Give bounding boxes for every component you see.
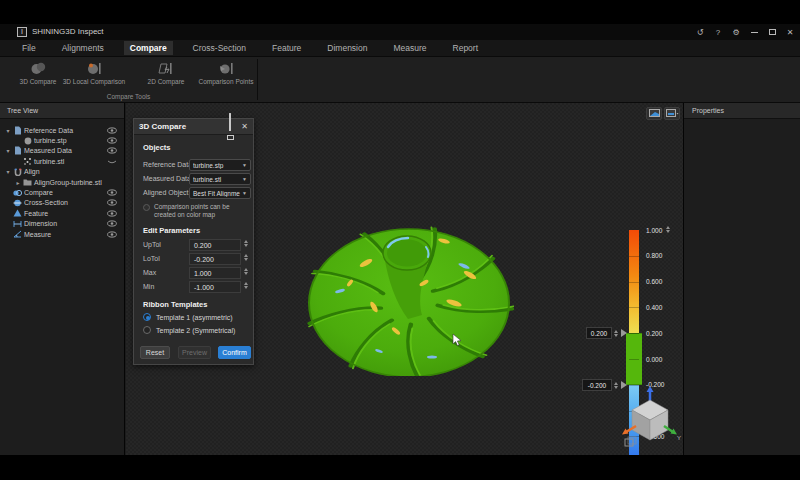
- tree-item-aligngroup-turbine-stl[interactable]: ▸AlignGroup-turbine.stl: [0, 177, 124, 187]
- tree-item-label: Align: [24, 168, 40, 175]
- reset-button[interactable]: Reset: [140, 346, 170, 359]
- upper-tolerance-spinner[interactable]: [614, 330, 618, 337]
- field-label: Aligned Object: [143, 189, 189, 196]
- field-dropdown[interactable]: turbine.stp▼: [189, 159, 251, 171]
- tree-item-reference-data[interactable]: ▾Reference Data: [0, 125, 124, 135]
- menu-item-cross-section[interactable]: Cross-Section: [187, 41, 252, 55]
- tree-item-turbine-stl[interactable]: turbine.stl: [0, 156, 124, 166]
- app-logo-icon: I: [17, 27, 27, 37]
- menu-item-compare[interactable]: Compare: [124, 41, 173, 55]
- dialog-header[interactable]: 3D Compare ✕: [134, 119, 253, 135]
- param-input[interactable]: -0.200: [189, 253, 241, 265]
- close-button[interactable]: ✕: [784, 26, 796, 38]
- mouse-cursor: [452, 333, 462, 347]
- lock-icon[interactable]: [227, 114, 234, 140]
- field-dropdown[interactable]: Best Fit Alignme▼: [189, 187, 251, 199]
- checkbox-icon[interactable]: [143, 204, 150, 211]
- main-area: Tree View ▾Reference Dataturbine.stp▾Mea…: [0, 103, 800, 455]
- viewport-display-button[interactable]: [646, 107, 662, 120]
- eye-hidden-icon[interactable]: [106, 157, 118, 166]
- tree-item-compare[interactable]: Compare: [0, 187, 124, 197]
- tree-view-panel: Tree View ▾Reference Dataturbine.stp▾Mea…: [0, 103, 125, 455]
- param-label: LoTol: [143, 255, 160, 262]
- tree-item-measure[interactable]: Measure: [0, 229, 124, 239]
- close-icon[interactable]: ✕: [241, 122, 248, 131]
- preview-button[interactable]: Preview: [178, 346, 211, 359]
- eye-visible-icon[interactable]: [106, 198, 118, 207]
- tree-item-cross-section[interactable]: Cross-Section: [0, 198, 124, 208]
- compare-icon: [13, 188, 22, 197]
- caret-right-icon[interactable]: ▸: [14, 179, 22, 186]
- navigation-cube[interactable]: Y: [618, 386, 682, 452]
- comparison-points-checkbox-row[interactable]: Comparison points can be created on colo…: [143, 203, 251, 219]
- tree-item-label: Dimension: [24, 220, 57, 227]
- maximize-button[interactable]: [766, 26, 778, 38]
- colorbar-tick-label: 1.000: [646, 227, 676, 234]
- tool-3d-local-comparison[interactable]: 3D Local Comparison: [56, 60, 132, 92]
- tree-view-body: ▾Reference Dataturbine.stp▾Measured Data…: [0, 119, 124, 239]
- tree-item-label: Cross-Section: [24, 199, 68, 206]
- turbine-model[interactable]: [304, 211, 514, 376]
- dimension-icon: [13, 219, 22, 228]
- menu-item-feature[interactable]: Feature: [266, 41, 307, 55]
- tree-item-dimension[interactable]: Dimension: [0, 219, 124, 229]
- upper-tolerance-value[interactable]: 0.200: [586, 327, 612, 339]
- title-bar: I SHINING3D Inspect ↺?⚙✕: [0, 24, 800, 40]
- eye-visible-icon[interactable]: [106, 136, 118, 145]
- field-measured-data: Measured Dataturbine.stl▼: [134, 173, 255, 185]
- settings-button[interactable]: ⚙: [730, 26, 742, 38]
- menu-item-alignments[interactable]: Alignments: [56, 41, 110, 55]
- tool-comparison-points[interactable]: Comparison Points: [188, 60, 264, 92]
- edit-parameters-section-label: Edit Parameters: [143, 226, 200, 235]
- upper-tolerance-marker[interactable]: 0.200: [586, 327, 627, 339]
- tree-item-label: turbine.stp: [34, 137, 67, 144]
- param-spinner[interactable]: [244, 240, 248, 247]
- 3d-viewport[interactable]: 3D Compare ✕ Objects Reference Dataturbi…: [126, 103, 683, 455]
- confirm-button[interactable]: Confirm: [218, 346, 251, 359]
- param-input[interactable]: 0.200: [189, 239, 241, 251]
- eye-visible-icon[interactable]: [106, 219, 118, 228]
- param-spinner[interactable]: [244, 282, 248, 289]
- eye-visible-icon[interactable]: [106, 230, 118, 239]
- menu-item-dimension[interactable]: Dimension: [321, 41, 373, 55]
- minimize-button[interactable]: [748, 26, 760, 38]
- param-input[interactable]: -1.000: [189, 281, 241, 293]
- menu-bar: FileAlignmentsCompareCross-SectionFeatur…: [0, 40, 800, 57]
- eye-visible-icon[interactable]: [106, 146, 118, 155]
- lower-tolerance-value[interactable]: -0.200: [582, 379, 612, 391]
- field-dropdown[interactable]: turbine.stl▼: [189, 173, 251, 185]
- objects-section-label: Objects: [143, 143, 171, 152]
- maximize-icon: [769, 29, 776, 35]
- help-button[interactable]: ?: [712, 26, 724, 38]
- menu-item-report[interactable]: Report: [447, 41, 485, 55]
- radio-icon[interactable]: [143, 313, 151, 321]
- param-spinner[interactable]: [244, 254, 248, 261]
- viewport-capture-button[interactable]: [664, 107, 680, 120]
- menu-item-measure[interactable]: Measure: [387, 41, 432, 55]
- caret-down-icon[interactable]: ▾: [4, 147, 12, 154]
- eye-visible-icon[interactable]: [106, 126, 118, 135]
- radio-icon[interactable]: [143, 326, 151, 334]
- marker-arrow-icon: [621, 329, 627, 337]
- radio-template-2[interactable]: Template 2 (Symmetrical): [143, 326, 235, 334]
- eye-visible-icon[interactable]: [106, 188, 118, 197]
- top-black-strip: [0, 0, 800, 24]
- caret-down-icon[interactable]: ▾: [4, 127, 12, 134]
- param-spinner[interactable]: [244, 268, 248, 275]
- feedback-button[interactable]: ↺: [694, 26, 706, 38]
- tree-item-label: Measure: [24, 231, 51, 238]
- tree-item-feature[interactable]: Feature: [0, 208, 124, 218]
- radio-template-1[interactable]: Template 1 (asymmetric): [143, 313, 233, 321]
- eye-visible-icon[interactable]: [106, 209, 118, 218]
- param-max: Max1.000: [134, 267, 255, 279]
- tree-item-turbine-stp[interactable]: turbine.stp: [0, 135, 124, 145]
- tree-item-measured-data[interactable]: ▾Measured Data: [0, 146, 124, 156]
- menu-item-file[interactable]: File: [16, 41, 42, 55]
- max-spinner[interactable]: [666, 226, 670, 233]
- ribbon-toolbar: Compare Tools 3D Compare3D Local Compari…: [0, 57, 800, 103]
- tree-item-align[interactable]: ▾Align: [0, 167, 124, 177]
- dropdown-value: turbine.stl: [193, 176, 242, 183]
- cross-section-icon: [13, 198, 22, 207]
- caret-down-icon[interactable]: ▾: [4, 168, 12, 175]
- param-input[interactable]: 1.000: [189, 267, 241, 279]
